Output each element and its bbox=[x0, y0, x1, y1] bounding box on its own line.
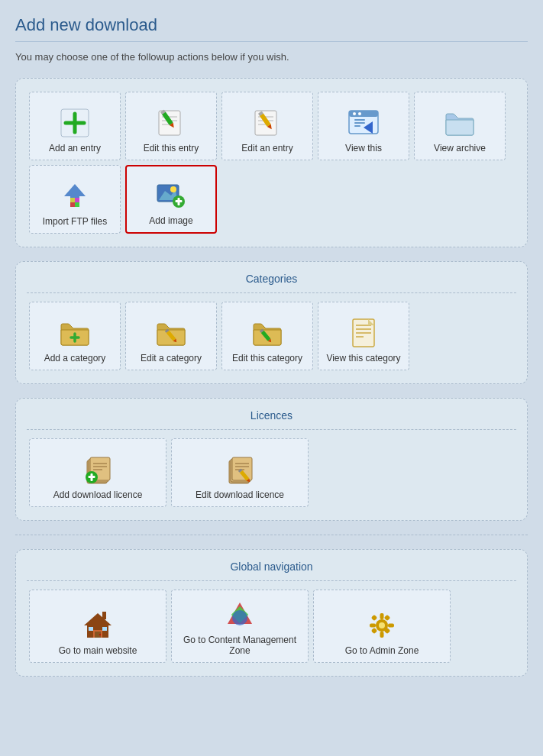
go-cms-icon bbox=[223, 598, 257, 632]
add-licence-label: Add download licence bbox=[53, 489, 143, 500]
categories-section: Categories Add a category bbox=[15, 261, 528, 384]
svg-rect-86 bbox=[388, 624, 394, 628]
go-cms-button[interactable]: Go to Content Management Zone bbox=[171, 590, 309, 663]
svg-rect-85 bbox=[370, 624, 376, 628]
svg-rect-27 bbox=[75, 202, 79, 207]
add-category-label: Add a category bbox=[44, 353, 106, 363]
subtitle: You may choose one of the followup actio… bbox=[15, 51, 528, 63]
go-admin-label: Go to Admin Zone bbox=[345, 645, 419, 656]
licences-divider bbox=[27, 429, 516, 430]
view-archive-icon bbox=[443, 106, 477, 140]
actions-section: Add an entry Edit this entry bbox=[15, 78, 528, 247]
edit-licence-icon bbox=[223, 453, 257, 486]
title-divider bbox=[15, 41, 528, 42]
svg-rect-75 bbox=[102, 627, 107, 631]
go-main-label: Go to main website bbox=[59, 645, 137, 656]
actions-grid: Add an entry Edit this entry bbox=[27, 89, 516, 236]
edit-this-entry-label: Edit this entry bbox=[144, 143, 199, 153]
add-licence-icon bbox=[81, 453, 115, 486]
go-main-button[interactable]: Go to main website bbox=[29, 590, 166, 663]
global-nav-section: Global navigation Go to main website bbox=[15, 549, 528, 677]
svg-rect-61 bbox=[89, 476, 95, 478]
view-this-button[interactable]: View this bbox=[318, 92, 409, 160]
edit-category-button[interactable]: Edit a category bbox=[125, 302, 217, 370]
view-this-category-icon bbox=[347, 316, 380, 350]
view-this-label: View this bbox=[345, 143, 382, 153]
categories-grid: Add a category Edit a category bbox=[27, 299, 516, 373]
edit-category-label: Edit a category bbox=[141, 353, 202, 363]
svg-rect-36 bbox=[176, 200, 183, 202]
svg-rect-26 bbox=[70, 202, 75, 207]
edit-an-entry-icon bbox=[250, 106, 284, 140]
edit-an-entry-label: Edit an entry bbox=[241, 143, 293, 153]
svg-point-82 bbox=[379, 622, 385, 628]
add-category-button[interactable]: Add a category bbox=[29, 302, 121, 370]
view-this-category-label: View this category bbox=[326, 353, 400, 363]
edit-category-icon bbox=[154, 316, 188, 350]
import-ftp-label: Import FTP files bbox=[43, 216, 107, 227]
svg-rect-84 bbox=[380, 632, 384, 638]
add-licence-button[interactable]: Add download licence bbox=[29, 438, 166, 507]
go-main-icon bbox=[81, 609, 115, 642]
edit-this-category-button[interactable]: Edit this category bbox=[221, 302, 313, 370]
add-entry-label: Add an entry bbox=[49, 143, 101, 153]
import-ftp-button[interactable]: Import FTP files bbox=[29, 165, 121, 234]
global-nav-divider bbox=[27, 580, 516, 581]
svg-point-20 bbox=[358, 112, 361, 115]
categories-divider bbox=[27, 292, 516, 293]
svg-rect-90 bbox=[371, 628, 377, 634]
view-this-category-button[interactable]: View this category bbox=[318, 302, 409, 370]
svg-rect-89 bbox=[384, 615, 390, 621]
view-archive-label: View archive bbox=[434, 143, 486, 153]
svg-rect-87 bbox=[371, 615, 377, 621]
page-title: Add new download bbox=[15, 15, 528, 35]
view-archive-button[interactable]: View archive bbox=[414, 92, 506, 160]
add-entry-button[interactable]: Add an entry bbox=[29, 92, 121, 160]
go-admin-button[interactable]: Go to Admin Zone bbox=[313, 590, 451, 663]
licences-grid: Add download licence Edit download licen… bbox=[27, 436, 516, 509]
svg-point-80 bbox=[232, 610, 247, 625]
import-ftp-icon bbox=[58, 179, 92, 213]
edit-licence-button[interactable]: Edit download licence bbox=[171, 438, 309, 507]
licences-section: Licences Add download licence bbox=[15, 398, 528, 521]
add-image-button[interactable]: Add image bbox=[125, 165, 217, 234]
svg-rect-22 bbox=[354, 119, 365, 121]
edit-this-entry-icon bbox=[154, 106, 188, 140]
edit-licence-label: Edit download licence bbox=[196, 489, 284, 500]
svg-rect-64 bbox=[232, 457, 252, 480]
view-this-icon bbox=[347, 106, 380, 140]
global-nav-grid: Go to main website Go to Content Managem… bbox=[27, 587, 516, 665]
edit-an-entry-button[interactable]: Edit an entry bbox=[221, 92, 313, 160]
edit-this-category-label: Edit this category bbox=[232, 353, 302, 363]
global-nav-title: Global navigation bbox=[27, 561, 516, 573]
add-category-icon bbox=[58, 316, 92, 350]
bottom-divider bbox=[15, 535, 528, 535]
licences-title: Licences bbox=[27, 409, 516, 422]
go-cms-label: Go to Content Management Zone bbox=[176, 635, 303, 656]
svg-rect-74 bbox=[89, 627, 93, 631]
add-entry-icon bbox=[58, 106, 92, 140]
edit-this-category-icon bbox=[250, 316, 284, 350]
svg-point-19 bbox=[353, 112, 356, 115]
svg-point-32 bbox=[170, 186, 176, 192]
svg-rect-29 bbox=[75, 198, 79, 202]
svg-point-77 bbox=[99, 634, 101, 635]
svg-rect-28 bbox=[70, 198, 75, 202]
svg-rect-23 bbox=[354, 122, 365, 124]
add-image-icon bbox=[154, 179, 188, 212]
categories-title: Categories bbox=[27, 273, 516, 285]
edit-this-entry-button[interactable]: Edit this entry bbox=[125, 92, 217, 160]
svg-rect-24 bbox=[354, 125, 360, 127]
svg-rect-76 bbox=[102, 612, 106, 619]
go-admin-icon bbox=[365, 609, 399, 642]
svg-rect-83 bbox=[380, 613, 384, 619]
add-image-label: Add image bbox=[149, 215, 192, 226]
